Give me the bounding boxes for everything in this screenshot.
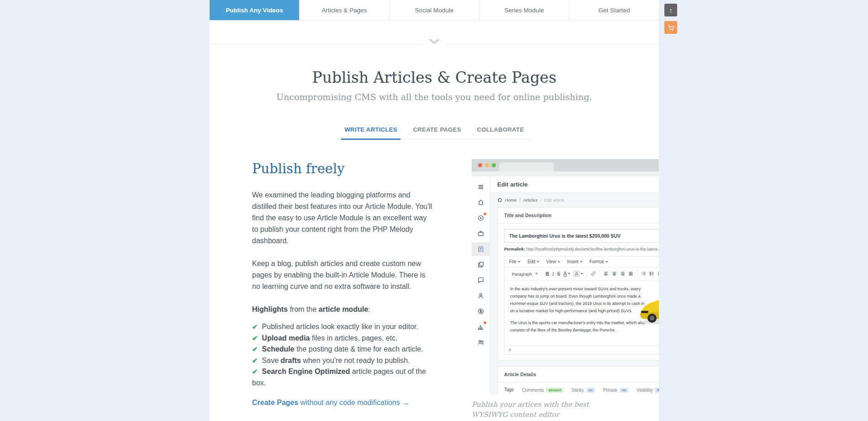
editor-paragraph-1: In the auto industry's ever-present move… [510, 285, 648, 314]
top-navigation: Publish Any Videos Articles & Pages Soci… [210, 0, 659, 21]
breadcrumb: Home / Articles / Edit article [490, 193, 659, 207]
status-badge: no [620, 388, 628, 393]
breadcrumb-current: Edit article [544, 197, 564, 203]
tab-create-pages[interactable]: CREATE PAGES [406, 124, 468, 139]
check-icon: ✔ [252, 357, 258, 364]
checklist-item: ✔Published articles look exactly like in… [252, 321, 435, 333]
editor-paragraph-2: The Urus is the sports car manufacturer'… [510, 319, 648, 334]
editor-toolbar: Paragraph B I S A A [505, 267, 659, 281]
admin-sidebar [472, 176, 490, 394]
notification-dot [484, 213, 486, 215]
checklist-item: ✔Save drafts when you're not ready to pu… [252, 355, 435, 367]
arrow-up-icon: ↑ [669, 6, 673, 14]
chevron-down-icon [422, 38, 446, 45]
card-title: Title and Description [498, 208, 659, 224]
italic-button: I [552, 272, 554, 277]
browser-toolbar [472, 171, 659, 176]
tab-comments: Commentsallowed [522, 383, 563, 394]
notification-dot [484, 321, 486, 324]
tv-icon [472, 227, 490, 240]
user-icon [472, 289, 490, 303]
editor-content-area: In the auto industry's ever-present move… [505, 281, 659, 346]
highlight-color-button: A [573, 271, 583, 277]
scroll-to-top-button[interactable]: ↑ [664, 4, 677, 16]
users-group-icon [472, 336, 490, 349]
link-icon [591, 270, 596, 278]
status-badge: Public [655, 388, 659, 393]
menu-format: Format [589, 259, 608, 264]
tab-collaborate[interactable]: COLLABORATE [470, 124, 531, 139]
tab-visibility: VisibilityPublic [637, 383, 659, 394]
align-center-icon [612, 270, 617, 278]
tab-write-articles[interactable]: WRITE ARTICLES [337, 124, 404, 139]
screenshot-caption: Publish your artices with the best WYSIW… [472, 400, 613, 420]
browser-tab [499, 162, 554, 171]
stats-icon [472, 320, 490, 334]
status-badge: no [586, 388, 595, 393]
editor-screenshot: Edit article Home / Articles / Edit arti… [472, 159, 659, 394]
home-icon [497, 197, 502, 203]
align-right-icon [620, 270, 625, 278]
check-icon: ✔ [252, 345, 258, 353]
menu-file: File [509, 259, 521, 264]
articles-icon [472, 242, 490, 256]
outdent-icon [658, 270, 659, 278]
wysiwyg-editor: File Edit View Insert Format Paragraph [504, 256, 659, 355]
admin-page-title: Edit article [490, 176, 659, 193]
title-description-card: Title and Description The Lamborghini Ur… [497, 207, 659, 361]
article-details-card: Article Details Tags Commentsallowed Sti… [497, 366, 659, 394]
minimize-window-icon [485, 163, 489, 167]
tab-tags: Tags [504, 383, 514, 394]
nav-tab-series-module[interactable]: Series Module [479, 0, 569, 20]
earnings-icon [472, 304, 490, 318]
browser-chrome [472, 159, 659, 171]
editor-menubar: File Edit View Insert Format [505, 256, 659, 267]
checklist-item: ✔Search Engine Optimized article pages o… [252, 366, 435, 389]
article-detail-tabs: Tags Commentsallowed Stickyno Privateno … [498, 383, 659, 394]
menu-edit: Edit [527, 259, 539, 264]
text-color-button: A [563, 271, 570, 277]
home-icon [472, 196, 490, 209]
bullet-list-icon [649, 270, 654, 278]
feature-paragraph-2: Keep a blog, publish articles and create… [252, 258, 435, 292]
card-title: Article Details [498, 367, 659, 383]
bold-button: B [546, 271, 549, 277]
close-window-icon [478, 163, 482, 167]
page-title: Publish Articles & Create Pages [210, 69, 659, 86]
check-icon: ✔ [252, 334, 258, 342]
feature-paragraph-1: We examined the leading blogging platfor… [252, 189, 435, 246]
main-content-column: Publish Any Videos Articles & Pages Soci… [210, 0, 659, 421]
pages-icon [472, 258, 490, 272]
tab-sticky: Stickyno [572, 383, 595, 394]
check-icon: ✔ [252, 368, 258, 375]
nav-tab-articles-pages[interactable]: Articles & Pages [300, 0, 389, 20]
align-left-icon [604, 270, 609, 278]
nav-tab-publish-any-videos[interactable]: Publish Any Videos [210, 0, 300, 20]
feature-tabs: WRITE ARTICLES CREATE PAGES COLLABORATE [210, 124, 659, 139]
cart-button[interactable] [664, 21, 677, 34]
tab-private: Privateno [603, 383, 628, 394]
lamborghini-urus-image [637, 291, 659, 328]
maximize-window-icon [492, 163, 496, 167]
align-justify-icon [628, 270, 633, 278]
feature-text-column: Publish freely We examined the leading b… [252, 161, 435, 407]
feature-heading: Publish freely [252, 161, 435, 176]
paragraph-dropdown: Paragraph [512, 272, 538, 277]
checklist-item: ✔Upload media files in articles, pages, … [252, 333, 435, 344]
status-badge: allowed [546, 388, 563, 393]
nav-tab-get-started[interactable]: Get Started [569, 0, 659, 20]
strikethrough-button: S [557, 271, 560, 277]
feature-checklist: ✔Published articles look exactly like in… [252, 321, 435, 389]
breadcrumb-home: Home [505, 197, 516, 203]
breadcrumb-articles: Articles [523, 197, 537, 203]
cart-icon [668, 24, 674, 31]
videos-icon [472, 211, 490, 225]
check-icon: ✔ [252, 323, 258, 330]
highlights-line: Highlights from the article module: [252, 304, 435, 315]
nav-tab-social-module[interactable]: Social Module [389, 0, 479, 20]
menu-insert: Insert [567, 259, 583, 264]
checklist-item: ✔Schedule the posting date & time for ea… [252, 344, 435, 355]
numbered-list-icon [641, 270, 646, 278]
article-title-input: The Lamborghini Urus is the latest $200,… [504, 229, 659, 243]
create-pages-link[interactable]: Create Pages without any code modificati… [252, 399, 409, 407]
